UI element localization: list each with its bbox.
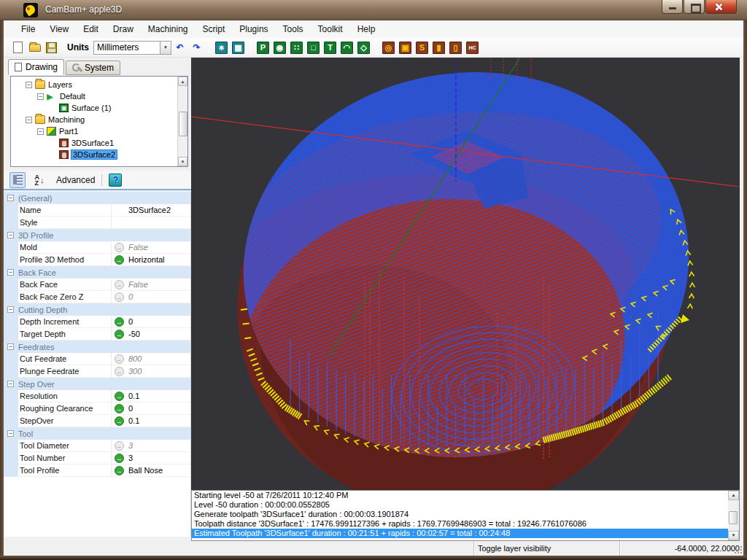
tree-item-machining[interactable]: − Machining [15, 114, 187, 125]
snap-points-button[interactable]: ∗ [214, 40, 229, 55]
property-row[interactable]: Resolution→0.1 [4, 390, 190, 402]
property-value[interactable]: 0.1 [126, 392, 139, 400]
menu-draw[interactable]: Draw [106, 22, 141, 36]
advanced-button[interactable]: Advanced [56, 175, 95, 185]
draw-circle-button[interactable]: ◉ [272, 40, 287, 55]
property-row[interactable]: Profile 3D Method→Horizontal [4, 254, 190, 266]
help-button[interactable]: ? [109, 174, 122, 187]
property-row[interactable]: StepOver→0.1 [4, 415, 190, 427]
property-row[interactable]: Tool Diameter→3 [4, 440, 190, 452]
new-file-button[interactable] [10, 40, 26, 55]
property-value[interactable]: 0.1 [126, 416, 139, 425]
property-value[interactable]: 3DSurface2 [126, 206, 171, 214]
draw-points-button[interactable]: ∷ [289, 40, 304, 55]
property-value[interactable]: 300 [126, 367, 142, 376]
collapse-icon[interactable]: − [26, 117, 32, 123]
mop-pocket-button[interactable]: ▣ [398, 40, 413, 55]
tree-item-default-layer[interactable]: − ▶ Default [15, 90, 187, 102]
grid-toggle-button[interactable]: ▦ [231, 40, 246, 55]
draw-rectangle-button[interactable]: □ [306, 40, 321, 55]
property-value[interactable]: Ball Nose [126, 466, 163, 475]
mop-drill-button[interactable]: ▮ [431, 40, 446, 55]
resize-grip[interactable] [734, 545, 743, 554]
property-row[interactable]: Name3DSurface2 [4, 204, 190, 217]
menu-file[interactable]: File [14, 22, 42, 36]
maximize-button[interactable] [684, 0, 705, 14]
categorized-view-button[interactable] [9, 172, 26, 188]
scrollbar-thumb[interactable] [729, 511, 738, 524]
sort-alphabetical-button[interactable]: A Z ↓ [30, 172, 49, 188]
viewport-3d[interactable] [191, 58, 740, 490]
menu-toolkit[interactable]: Toolkit [311, 22, 350, 36]
property-value[interactable]: 3 [126, 441, 133, 450]
tree-item-3dsurface1[interactable]: 3DSurface1 [15, 137, 187, 149]
property-row[interactable]: Depth Increment→0 [4, 316, 190, 328]
property-row[interactable]: Cut Feedrate→800 [4, 353, 190, 365]
collapse-icon[interactable]: − [7, 306, 14, 313]
menu-plugins[interactable]: Plugins [232, 22, 275, 36]
units-combobox[interactable]: Millimeters [93, 41, 160, 55]
menu-machining[interactable]: Machining [141, 22, 196, 36]
property-row[interactable]: Mold→False [4, 241, 190, 254]
property-value[interactable]: False [126, 280, 148, 289]
property-value[interactable]: Horizontal [126, 255, 165, 264]
collapse-icon[interactable]: − [7, 195, 14, 201]
save-button[interactable] [44, 40, 59, 55]
menu-script[interactable]: Script [196, 22, 233, 36]
collapse-icon[interactable]: − [7, 232, 14, 238]
section-feedrates[interactable]: −Feedrates [4, 341, 190, 353]
property-row[interactable]: Plunge Feedrate→300 [4, 365, 190, 378]
redo-button[interactable]: ↷ [189, 40, 204, 55]
section-step-over[interactable]: −Step Over [4, 378, 190, 390]
tree-item-surface[interactable]: ▣ Surface (1) [15, 102, 187, 114]
property-value[interactable]: -50 [126, 330, 140, 338]
close-button[interactable] [705, 0, 737, 14]
collapse-icon[interactable]: − [7, 269, 14, 276]
section-tool[interactable]: −Tool [4, 427, 190, 440]
menu-edit[interactable]: Edit [76, 22, 106, 36]
log-line-highlighted[interactable]: Estimated Toolpath '3DSurface1' duration… [192, 529, 728, 538]
property-row[interactable]: Back Face Zero Z→0 [4, 291, 190, 303]
collapse-icon[interactable]: − [7, 381, 14, 387]
tree-scrollbar[interactable]: ▲ ▼ [177, 77, 187, 166]
scroll-up-icon[interactable]: ▲ [728, 491, 739, 500]
tab-system[interactable]: System [66, 61, 120, 75]
section-cutting-depth[interactable]: −Cutting Depth [4, 303, 190, 316]
property-value[interactable]: 0 [126, 404, 133, 413]
section-3d-profile[interactable]: −3D Profile [4, 229, 190, 241]
property-value[interactable]: 3 [126, 454, 133, 462]
collapse-icon[interactable]: − [7, 343, 14, 350]
section-back-face[interactable]: −Back Face [4, 266, 190, 279]
draw-surface-button[interactable]: ◇ [356, 40, 371, 55]
collapse-icon[interactable]: − [37, 128, 44, 135]
property-row[interactable]: Tool Number→3 [4, 452, 190, 464]
collapse-icon[interactable]: − [7, 430, 14, 437]
property-row[interactable]: Target Depth→-50 [4, 328, 190, 341]
mop-engrave-button[interactable]: S [414, 40, 430, 55]
title-bar[interactable]: CamBam+ apple3D [0, 0, 747, 20]
collapse-icon[interactable]: − [37, 93, 44, 100]
open-file-button[interactable] [27, 40, 42, 55]
menu-view[interactable]: View [42, 22, 76, 36]
tree-item-part1[interactable]: − Part1 [15, 125, 187, 137]
tree-item-3dsurface2[interactable]: 3DSurface2 [15, 149, 187, 160]
collapse-icon[interactable]: − [26, 82, 32, 88]
property-value[interactable]: 0 [126, 317, 133, 326]
property-value[interactable]: 0 [126, 292, 133, 301]
mop-gcode-button[interactable]: HC [465, 40, 480, 55]
property-row[interactable]: Style [4, 217, 190, 229]
draw-text-button[interactable]: T [322, 40, 338, 55]
draw-polyline-button[interactable]: P [255, 40, 271, 55]
property-value[interactable]: False [126, 243, 148, 252]
tree-item-layers[interactable]: − Layers [15, 79, 187, 90]
property-row[interactable]: Tool Profile→Ball Nose [4, 464, 190, 477]
scroll-down-icon[interactable]: ▼ [178, 157, 187, 166]
menu-tools[interactable]: Tools [276, 22, 311, 36]
scroll-down-icon[interactable]: ▼ [728, 531, 739, 540]
minimize-button[interactable] [662, 0, 683, 14]
property-value[interactable]: 800 [126, 354, 142, 363]
scrollbar-thumb[interactable] [179, 112, 187, 136]
log-scrollbar[interactable]: ▲ ▼ [728, 491, 739, 540]
units-dropdown-button[interactable]: ▼ [160, 41, 171, 55]
scroll-up-icon[interactable]: ▲ [178, 77, 187, 86]
